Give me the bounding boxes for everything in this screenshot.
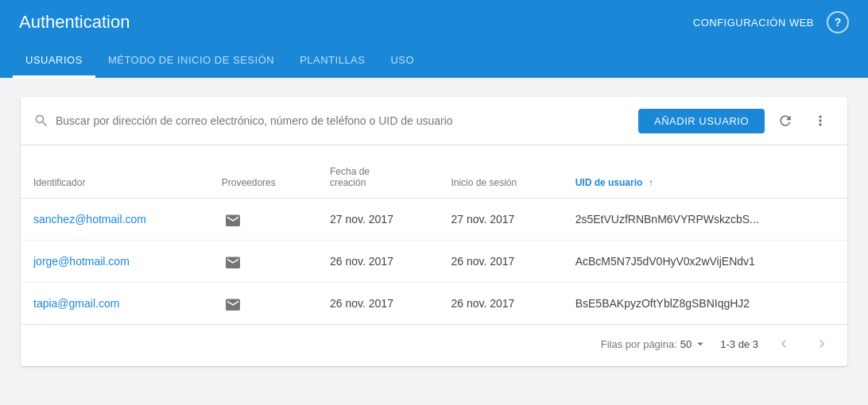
next-page-button[interactable] — [809, 331, 835, 357]
cell-fecha-creacion: 26 nov. 2017 — [317, 241, 438, 283]
cell-uid: 2s5EtVUzfRNBnM6VYRPWskzcbS... — [563, 199, 847, 241]
col-identificador: Identificador — [21, 145, 209, 199]
table-row: jorge@hotmail.com 26 nov. 2017 26 nov. 2… — [21, 241, 847, 283]
prev-page-button[interactable] — [771, 331, 796, 357]
email-provider-icon — [222, 252, 244, 271]
cell-identificador[interactable]: sanchez@hotmail.com — [21, 199, 209, 241]
pagination-bar: Filas por página: 50 1-3 de 3 — [21, 324, 847, 366]
cell-proveedores — [209, 283, 317, 325]
more-options-button[interactable] — [806, 106, 835, 135]
search-icon — [33, 113, 49, 129]
col-uid-usuario[interactable]: UID de usuario ↑ — [563, 145, 847, 199]
search-input[interactable] — [56, 114, 632, 127]
cell-inicio-sesion: 27 nov. 2017 — [438, 199, 562, 241]
email-provider-icon — [222, 294, 244, 313]
rows-per-page-select[interactable]: 50 — [680, 337, 707, 351]
users-table: Identificador Proveedores Fecha de creac… — [21, 145, 847, 324]
tab-metodo-inicio-sesion[interactable]: MÉTODO DE INICIO DE SESIÓN — [95, 44, 287, 78]
cell-inicio-sesion: 26 nov. 2017 — [438, 283, 562, 325]
search-bar: AÑADIR USUARIO — [21, 97, 847, 145]
chevron-down-icon — [693, 337, 707, 351]
sort-arrow-icon: ↑ — [649, 177, 653, 188]
cell-fecha-creacion: 26 nov. 2017 — [317, 283, 438, 325]
cell-inicio-sesion: 26 nov. 2017 — [438, 241, 562, 283]
app-header: Authentication CONFIGURACIÓN WEB ? — [0, 0, 868, 44]
main-card: AÑADIR USUARIO Identificador — [21, 97, 847, 366]
app-title: Authentication — [19, 12, 130, 33]
rows-per-page-value: 50 — [680, 338, 692, 350]
rows-per-page-label: Filas por página: — [601, 338, 677, 350]
help-button[interactable]: ? — [827, 11, 849, 33]
cell-uid: AcBcM5N7J5dV0HyV0x2wVijENdv1 — [563, 241, 847, 283]
add-user-button[interactable]: AÑADIR USUARIO — [638, 109, 765, 133]
rows-per-page: Filas por página: 50 — [601, 337, 708, 351]
page-info: 1-3 de 3 — [720, 338, 758, 350]
table-row: sanchez@hotmail.com 27 nov. 2017 27 nov.… — [21, 199, 847, 241]
chevron-left-icon — [776, 336, 792, 352]
cell-fecha-creacion: 27 nov. 2017 — [317, 199, 438, 241]
email-provider-icon — [222, 210, 244, 229]
cell-uid: BsE5BAKpyzOftYblZ8gSBNIqgHJ2 — [563, 283, 847, 325]
tab-plantillas[interactable]: PLANTILLAS — [287, 44, 378, 78]
tab-uso[interactable]: USO — [378, 44, 427, 78]
col-inicio-sesion: Inicio de sesión — [438, 145, 562, 199]
content-area: AÑADIR USUARIO Identificador — [0, 78, 868, 385]
col-fecha-creacion: Fecha de creación — [317, 145, 438, 199]
refresh-button[interactable] — [771, 106, 800, 135]
cell-identificador[interactable]: jorge@hotmail.com — [21, 241, 209, 283]
table-header-row: Identificador Proveedores Fecha de creac… — [21, 145, 847, 199]
tab-usuarios[interactable]: USUARIOS — [13, 44, 95, 78]
nav-tabs: USUARIOS MÉTODO DE INICIO DE SESIÓN PLAN… — [0, 44, 868, 78]
col-proveedores: Proveedores — [209, 145, 317, 199]
cell-proveedores — [209, 199, 317, 241]
config-web-link[interactable]: CONFIGURACIÓN WEB — [693, 17, 814, 29]
header-right: CONFIGURACIÓN WEB ? — [693, 11, 849, 33]
table-row: tapia@gmail.com 26 nov. 2017 26 nov. 201… — [21, 283, 847, 325]
chevron-right-icon — [814, 336, 830, 352]
cell-proveedores — [209, 241, 317, 283]
scrollbar-area — [0, 385, 868, 392]
cell-identificador[interactable]: tapia@gmail.com — [21, 283, 209, 325]
